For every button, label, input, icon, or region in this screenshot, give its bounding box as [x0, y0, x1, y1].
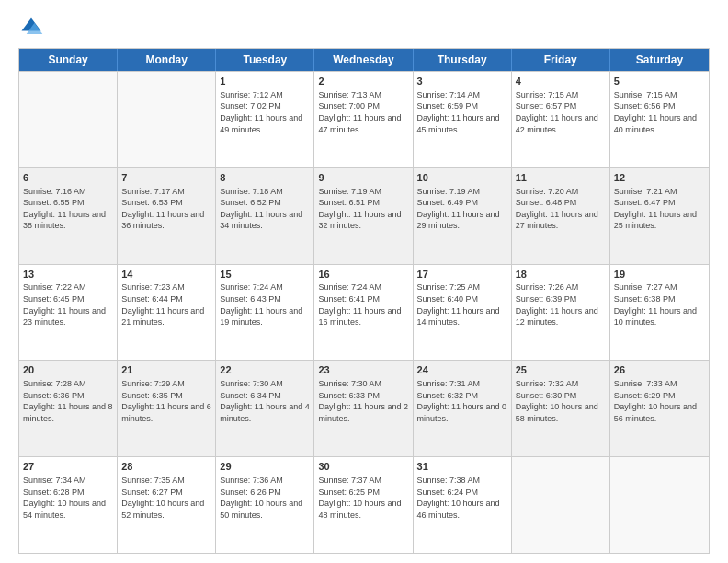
calendar-day-cell: 12Sunrise: 7:21 AMSunset: 6:47 PMDayligh… — [610, 168, 709, 264]
weekday-header: Saturday — [610, 49, 709, 71]
day-number: 28 — [121, 460, 211, 474]
calendar-week: 27Sunrise: 7:34 AMSunset: 6:28 PMDayligh… — [19, 456, 709, 553]
day-info: Sunrise: 7:32 AMSunset: 6:30 PMDaylight:… — [516, 378, 606, 424]
calendar-week: 20Sunrise: 7:28 AMSunset: 6:36 PMDayligh… — [19, 360, 709, 456]
calendar-day-cell: 23Sunrise: 7:30 AMSunset: 6:33 PMDayligh… — [314, 361, 413, 456]
day-number: 11 — [516, 171, 606, 185]
day-number: 24 — [417, 363, 507, 377]
day-info: Sunrise: 7:38 AMSunset: 6:24 PMDaylight:… — [417, 475, 507, 521]
calendar-day-cell: 1Sunrise: 7:12 AMSunset: 7:02 PMDaylight… — [216, 72, 314, 167]
calendar-day-cell: 6Sunrise: 7:16 AMSunset: 6:55 PMDaylight… — [19, 168, 118, 264]
day-info: Sunrise: 7:28 AMSunset: 6:36 PMDaylight:… — [23, 378, 113, 424]
calendar-day-cell: 9Sunrise: 7:19 AMSunset: 6:51 PMDaylight… — [314, 168, 413, 264]
day-info: Sunrise: 7:23 AMSunset: 6:44 PMDaylight:… — [121, 282, 211, 327]
day-info: Sunrise: 7:25 AMSunset: 6:40 PMDaylight:… — [417, 282, 507, 327]
day-info: Sunrise: 7:27 AMSunset: 6:38 PMDaylight:… — [614, 282, 705, 327]
day-number: 21 — [121, 363, 211, 377]
day-info: Sunrise: 7:12 AMSunset: 7:02 PMDaylight:… — [220, 89, 310, 135]
day-number: 5 — [614, 75, 705, 88]
day-info: Sunrise: 7:30 AMSunset: 6:34 PMDaylight:… — [220, 378, 310, 424]
day-info: Sunrise: 7:30 AMSunset: 6:33 PMDaylight:… — [318, 378, 408, 424]
calendar-day-cell: 24Sunrise: 7:31 AMSunset: 6:32 PMDayligh… — [414, 361, 512, 456]
calendar-header: SundayMondayTuesdayWednesdayThursdayFrid… — [19, 49, 709, 71]
calendar-day-cell: 8Sunrise: 7:18 AMSunset: 6:52 PMDaylight… — [216, 168, 314, 264]
day-number: 15 — [220, 268, 310, 282]
calendar-day-cell: 7Sunrise: 7:17 AMSunset: 6:53 PMDaylight… — [118, 168, 216, 264]
calendar-day-cell: 15Sunrise: 7:24 AMSunset: 6:43 PMDayligh… — [216, 265, 314, 361]
weekday-header: Thursday — [414, 49, 512, 71]
day-number: 2 — [318, 75, 408, 88]
day-info: Sunrise: 7:19 AMSunset: 6:49 PMDaylight:… — [417, 186, 507, 232]
calendar-day-cell: 13Sunrise: 7:22 AMSunset: 6:45 PMDayligh… — [19, 265, 118, 361]
calendar-day-cell: 25Sunrise: 7:32 AMSunset: 6:30 PMDayligh… — [512, 361, 610, 456]
day-info: Sunrise: 7:36 AMSunset: 6:26 PMDaylight:… — [220, 475, 310, 521]
day-number: 22 — [220, 363, 310, 377]
day-number: 23 — [318, 363, 408, 377]
day-info: Sunrise: 7:20 AMSunset: 6:48 PMDaylight:… — [516, 186, 606, 232]
day-number: 4 — [516, 75, 606, 88]
calendar-body: 1Sunrise: 7:12 AMSunset: 7:02 PMDaylight… — [19, 71, 709, 553]
calendar-day-cell: 16Sunrise: 7:24 AMSunset: 6:41 PMDayligh… — [314, 265, 413, 361]
calendar-week: 13Sunrise: 7:22 AMSunset: 6:45 PMDayligh… — [19, 264, 709, 361]
day-info: Sunrise: 7:34 AMSunset: 6:28 PMDaylight:… — [23, 475, 113, 521]
day-number: 17 — [417, 268, 507, 282]
day-info: Sunrise: 7:16 AMSunset: 6:55 PMDaylight:… — [23, 186, 113, 232]
day-number: 14 — [121, 268, 211, 282]
calendar-day-cell: 21Sunrise: 7:29 AMSunset: 6:35 PMDayligh… — [118, 361, 216, 456]
day-number: 9 — [318, 171, 408, 185]
calendar-week: 6Sunrise: 7:16 AMSunset: 6:55 PMDaylight… — [19, 167, 709, 264]
day-number: 1 — [220, 75, 310, 88]
logo-icon — [18, 15, 44, 40]
day-number: 18 — [516, 268, 606, 282]
day-number: 31 — [417, 460, 507, 474]
calendar: SundayMondayTuesdayWednesdayThursdayFrid… — [18, 48, 710, 554]
day-info: Sunrise: 7:24 AMSunset: 6:41 PMDaylight:… — [318, 282, 408, 327]
day-info: Sunrise: 7:29 AMSunset: 6:35 PMDaylight:… — [121, 378, 211, 424]
calendar-day-cell — [19, 72, 118, 167]
calendar-day-cell: 30Sunrise: 7:37 AMSunset: 6:25 PMDayligh… — [314, 457, 413, 553]
logo — [18, 15, 48, 40]
day-number: 20 — [23, 363, 113, 377]
day-info: Sunrise: 7:22 AMSunset: 6:45 PMDaylight:… — [23, 282, 113, 327]
day-number: 19 — [614, 268, 705, 282]
calendar-day-cell — [118, 72, 216, 167]
calendar-day-cell: 27Sunrise: 7:34 AMSunset: 6:28 PMDayligh… — [19, 457, 118, 553]
day-info: Sunrise: 7:13 AMSunset: 7:00 PMDaylight:… — [318, 89, 408, 135]
day-info: Sunrise: 7:37 AMSunset: 6:25 PMDaylight:… — [318, 475, 408, 521]
calendar-week: 1Sunrise: 7:12 AMSunset: 7:02 PMDaylight… — [19, 71, 709, 167]
calendar-day-cell: 2Sunrise: 7:13 AMSunset: 7:00 PMDaylight… — [314, 72, 413, 167]
calendar-day-cell: 17Sunrise: 7:25 AMSunset: 6:40 PMDayligh… — [414, 265, 512, 361]
calendar-day-cell: 4Sunrise: 7:15 AMSunset: 6:57 PMDaylight… — [512, 72, 610, 167]
calendar-day-cell: 22Sunrise: 7:30 AMSunset: 6:34 PMDayligh… — [216, 361, 314, 456]
day-number: 3 — [417, 75, 507, 88]
calendar-day-cell — [610, 457, 709, 553]
day-info: Sunrise: 7:15 AMSunset: 6:56 PMDaylight:… — [614, 89, 705, 135]
calendar-day-cell: 31Sunrise: 7:38 AMSunset: 6:24 PMDayligh… — [414, 457, 512, 553]
day-number: 16 — [318, 268, 408, 282]
calendar-day-cell: 10Sunrise: 7:19 AMSunset: 6:49 PMDayligh… — [414, 168, 512, 264]
day-number: 7 — [121, 171, 211, 185]
day-number: 12 — [614, 171, 705, 185]
calendar-day-cell: 29Sunrise: 7:36 AMSunset: 6:26 PMDayligh… — [216, 457, 314, 553]
day-number: 25 — [516, 363, 606, 377]
day-info: Sunrise: 7:18 AMSunset: 6:52 PMDaylight:… — [220, 186, 310, 232]
day-info: Sunrise: 7:24 AMSunset: 6:43 PMDaylight:… — [220, 282, 310, 327]
day-info: Sunrise: 7:35 AMSunset: 6:27 PMDaylight:… — [121, 475, 211, 521]
day-info: Sunrise: 7:26 AMSunset: 6:39 PMDaylight:… — [516, 282, 606, 327]
calendar-day-cell: 3Sunrise: 7:14 AMSunset: 6:59 PMDaylight… — [414, 72, 512, 167]
calendar-day-cell: 19Sunrise: 7:27 AMSunset: 6:38 PMDayligh… — [610, 265, 709, 361]
calendar-day-cell — [512, 457, 610, 553]
day-number: 30 — [318, 460, 408, 474]
calendar-day-cell: 14Sunrise: 7:23 AMSunset: 6:44 PMDayligh… — [118, 265, 216, 361]
calendar-day-cell: 20Sunrise: 7:28 AMSunset: 6:36 PMDayligh… — [19, 361, 118, 456]
calendar-day-cell: 26Sunrise: 7:33 AMSunset: 6:29 PMDayligh… — [610, 361, 709, 456]
day-info: Sunrise: 7:17 AMSunset: 6:53 PMDaylight:… — [121, 186, 211, 232]
day-number: 26 — [614, 363, 705, 377]
day-number: 6 — [23, 171, 113, 185]
day-info: Sunrise: 7:21 AMSunset: 6:47 PMDaylight:… — [614, 186, 705, 232]
weekday-header: Sunday — [19, 49, 118, 71]
day-info: Sunrise: 7:19 AMSunset: 6:51 PMDaylight:… — [318, 186, 408, 232]
weekday-header: Monday — [118, 49, 216, 71]
day-number: 13 — [23, 268, 113, 282]
calendar-day-cell: 18Sunrise: 7:26 AMSunset: 6:39 PMDayligh… — [512, 265, 610, 361]
